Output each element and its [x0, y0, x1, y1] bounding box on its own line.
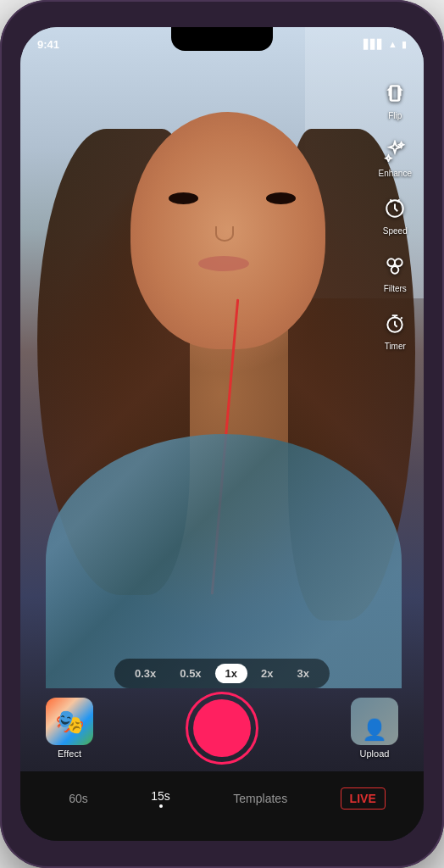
tab-15s[interactable]: 15s — [141, 784, 180, 813]
phone-screen: 9:41 ▋▋▋ ▲ ▮ Flip — [20, 27, 424, 841]
upload-icon: 👤 — [351, 698, 398, 745]
record-button[interactable] — [186, 692, 258, 765]
zoom-2x[interactable]: 2x — [251, 664, 283, 683]
tab-active-dot — [159, 804, 163, 808]
zoom-1x[interactable]: 1x — [215, 664, 247, 683]
status-time: 9:41 — [37, 38, 59, 51]
upload-label: Upload — [360, 748, 390, 759]
lips — [198, 256, 249, 271]
tab-60s-label: 60s — [69, 792, 88, 805]
enhance-button[interactable]: Enhance — [379, 136, 412, 178]
filters-icon — [380, 251, 410, 281]
nose — [215, 226, 234, 242]
eye-left — [169, 192, 198, 204]
record-button-wrapper — [186, 692, 258, 765]
filters-label: Filters — [384, 284, 407, 293]
flip-icon — [380, 78, 410, 108]
tab-templates-label: Templates — [233, 792, 287, 805]
timer-label: Timer — [385, 342, 406, 351]
wifi-icon: ▲ — [388, 39, 397, 49]
enhance-label: Enhance — [379, 169, 412, 178]
eye-right — [266, 192, 296, 204]
upload-button[interactable]: 👤 Upload — [351, 698, 398, 759]
effect-button[interactable]: 🎭 Effect — [46, 698, 93, 759]
signal-icon: ▋▋▋ — [364, 39, 384, 50]
shirt — [46, 434, 402, 688]
upload-thumbnail: 👤 — [351, 698, 398, 745]
notch — [171, 27, 273, 51]
timer-button[interactable]: Timer — [380, 309, 410, 351]
speed-label: Speed — [383, 226, 408, 236]
enhance-icon — [380, 136, 410, 166]
status-icons: ▋▋▋ ▲ ▮ — [364, 39, 407, 50]
tab-60s[interactable]: 60s — [58, 787, 98, 810]
zoom-05x[interactable]: 0.5x — [169, 664, 211, 683]
tab-live-label: LIVE — [350, 792, 376, 805]
svg-point-3 — [391, 266, 399, 274]
effect-icon: 🎭 — [46, 698, 93, 745]
flip-label: Flip — [388, 111, 402, 120]
speed-icon — [380, 193, 410, 224]
flip-button[interactable]: Flip — [380, 78, 410, 120]
tab-live[interactable]: LIVE — [341, 787, 386, 810]
speed-button[interactable]: Speed — [380, 193, 410, 236]
right-toolbar: Flip Enhance — [379, 78, 412, 351]
bottom-controls: 🎭 Effect 👤 Upload — [20, 692, 424, 765]
bottom-tab-bar: 60s 15s Templates LIVE — [20, 771, 424, 841]
battery-icon: ▮ — [402, 39, 407, 50]
tab-templates[interactable]: Templates — [223, 787, 297, 810]
phone-frame: 9:41 ▋▋▋ ▲ ▮ Flip — [0, 0, 444, 868]
filters-button[interactable]: Filters — [380, 251, 410, 293]
svg-point-2 — [395, 259, 402, 266]
zoom-3x[interactable]: 3x — [287, 664, 319, 683]
svg-point-1 — [388, 259, 396, 266]
timer-icon — [380, 309, 410, 339]
record-button-inner[interactable] — [193, 699, 251, 757]
tab-15s-label: 15s — [151, 789, 170, 803]
effect-label: Effect — [58, 748, 81, 759]
zoom-bar: 0.3x 0.5x 1x 2x 3x — [114, 659, 330, 688]
zoom-03x[interactable]: 0.3x — [125, 664, 166, 683]
